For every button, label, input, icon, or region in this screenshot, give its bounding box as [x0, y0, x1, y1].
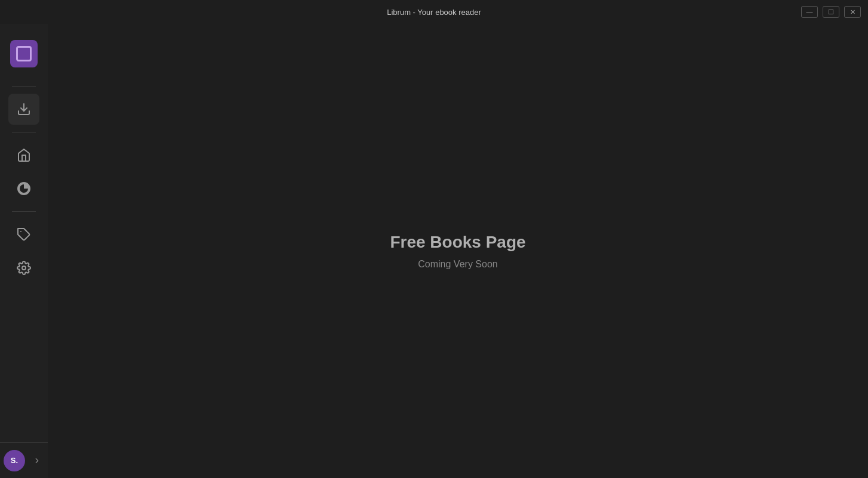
sidebar-item-settings[interactable] [8, 252, 39, 283]
sidebar-divider-top [12, 86, 36, 87]
minimize-button[interactable]: — [801, 6, 818, 18]
svg-point-2 [22, 266, 26, 270]
nav-divider [12, 211, 36, 212]
puzzle-icon [17, 227, 31, 242]
main-layout: S. Free Books Page Coming Very Soon [0, 24, 868, 478]
window-controls: — ☐ ✕ [801, 6, 861, 18]
page-subtitle: Coming Very Soon [390, 259, 525, 270]
sidebar: S. [0, 24, 48, 478]
sidebar-nav [8, 135, 39, 442]
download-icon [17, 102, 31, 116]
page-title: Free Books Page [390, 233, 525, 252]
chevron-right-icon [33, 457, 41, 465]
sidebar-item-plugins[interactable] [8, 219, 39, 250]
logo-inner-square [16, 46, 32, 61]
center-content: Free Books Page Coming Very Soon [390, 233, 525, 270]
title-bar: Librum - Your ebook reader — ☐ ✕ [0, 0, 868, 24]
sidebar-bottom: S. [0, 442, 48, 478]
expand-sidebar-button[interactable] [30, 454, 44, 468]
sidebar-item-home[interactable] [8, 140, 39, 171]
gear-icon [17, 261, 31, 275]
sidebar-item-stats[interactable] [8, 173, 39, 204]
home-icon [17, 148, 31, 162]
user-avatar[interactable]: S. [4, 450, 25, 471]
sidebar-divider-mid [12, 132, 36, 132]
maximize-button[interactable]: ☐ [823, 6, 839, 18]
main-content: Free Books Page Coming Very Soon [48, 24, 868, 478]
download-button[interactable] [8, 94, 39, 125]
chart-icon [17, 181, 31, 196]
sidebar-logo [0, 24, 48, 84]
app-title: Librum - Your ebook reader [387, 8, 481, 17]
close-button[interactable]: ✕ [844, 6, 861, 18]
logo-icon [10, 40, 38, 67]
